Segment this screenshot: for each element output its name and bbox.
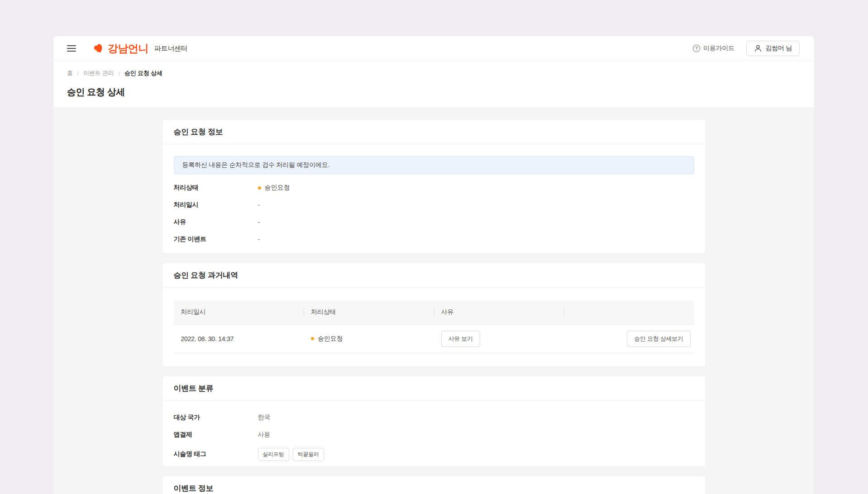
card-title: 이벤트 분류 bbox=[163, 376, 705, 401]
table-header-row: 처리일시 처리상태 사유 bbox=[174, 300, 694, 324]
title-section: 홈 / 이벤트 관리 / 승인 요청 상세 승인 요청 상세 bbox=[53, 61, 814, 107]
status-text: 승인요청 bbox=[265, 184, 290, 192]
cell-reason: 사유 보기 bbox=[434, 324, 564, 353]
card-title: 승인 요청 과거내역 bbox=[163, 263, 705, 288]
app-container: 강남언니 파트너센터 ? 이용가이드 김썸머 님 홈 / bbox=[53, 36, 814, 494]
field-label: 처리일시 bbox=[174, 201, 258, 209]
field-label: 대상 국가 bbox=[174, 413, 258, 422]
review-notice-banner: 등록하신 내용은 순차적으로 검수 처리될 예정이에요. bbox=[174, 156, 694, 174]
card-body: 처리일시 처리상태 사유 2022. 08. 30. 14:37 bbox=[163, 288, 705, 366]
field-value: - bbox=[258, 218, 260, 226]
column-header-actions bbox=[564, 300, 694, 324]
breadcrumb-current: 승인 요청 상세 bbox=[124, 69, 162, 77]
card-title: 승인 요청 정보 bbox=[163, 120, 705, 144]
status-text: 승인요청 bbox=[318, 335, 343, 343]
card-title: 이벤트 정보 bbox=[163, 476, 705, 494]
field-value: 한국 bbox=[258, 413, 271, 422]
usage-guide-link[interactable]: ? 이용가이드 bbox=[692, 44, 734, 52]
field-value: - bbox=[258, 236, 260, 243]
breadcrumb-separator: / bbox=[77, 70, 79, 77]
event-category-card: 이벤트 분류 대상 국가 한국 앱결제 사용 시술명 태그 실리프팅 턱끝필러 bbox=[163, 376, 705, 466]
field-row-existing-event: 기존 이벤트 - bbox=[174, 235, 694, 243]
content-area: 승인 요청 정보 등록하신 내용은 순차적으로 검수 처리될 예정이에요. 처리… bbox=[53, 107, 814, 494]
field-row-app-payment: 앱결제 사용 bbox=[174, 431, 694, 439]
field-label: 처리상태 bbox=[174, 184, 258, 192]
status-dot-icon bbox=[311, 337, 314, 340]
approval-request-info-card: 승인 요청 정보 등록하신 내용은 순차적으로 검수 처리될 예정이에요. 처리… bbox=[163, 120, 705, 253]
card-body: 등록하신 내용은 순차적으로 검수 처리될 예정이에요. 처리상태 승인요청 처… bbox=[163, 144, 705, 253]
view-request-detail-button[interactable]: 승인 요청 상세보기 bbox=[627, 331, 690, 347]
brand-suffix: 파트너센터 bbox=[154, 44, 188, 53]
column-header-datetime: 처리일시 bbox=[174, 300, 304, 324]
topbar-right: ? 이용가이드 김썸머 님 bbox=[692, 41, 800, 56]
card-body: 대상 국가 한국 앱결제 사용 시술명 태그 실리프팅 턱끝필러 bbox=[163, 401, 705, 466]
cell-datetime: 2022. 08. 30. 14:37 bbox=[174, 324, 304, 353]
field-row-procedure-tags: 시술명 태그 실리프팅 턱끝필러 bbox=[174, 448, 694, 461]
user-name-label: 김썸머 님 bbox=[766, 44, 792, 52]
hamburger-menu-icon[interactable] bbox=[67, 45, 76, 52]
table-row: 2022. 08. 30. 14:37 승인요청 사유 보기 bbox=[174, 324, 694, 353]
heart-logo-icon bbox=[92, 43, 105, 54]
breadcrumb-separator: / bbox=[119, 70, 120, 77]
field-value: - bbox=[258, 201, 260, 209]
question-circle-icon: ? bbox=[692, 44, 701, 52]
field-label: 기존 이벤트 bbox=[174, 235, 258, 243]
brand-name: 강남언니 bbox=[108, 42, 148, 56]
status-dot-icon bbox=[258, 186, 261, 190]
cell-status: 승인요청 bbox=[304, 324, 434, 353]
history-table: 처리일시 처리상태 사유 2022. 08. 30. 14:37 bbox=[174, 300, 694, 353]
approval-history-card: 승인 요청 과거내역 처리일시 처리상태 사유 2022. 08. 30. 14… bbox=[163, 263, 705, 366]
status-value: 승인요청 bbox=[311, 335, 427, 343]
field-row-target-country: 대상 국가 한국 bbox=[174, 413, 694, 422]
field-value: 사용 bbox=[258, 431, 271, 439]
field-label: 시술명 태그 bbox=[174, 450, 258, 458]
page-title: 승인 요청 상세 bbox=[67, 86, 801, 98]
field-row-status: 처리상태 승인요청 bbox=[174, 184, 694, 192]
status-value: 승인요청 bbox=[258, 184, 290, 192]
field-label: 사유 bbox=[174, 218, 258, 226]
column-header-reason: 사유 bbox=[434, 300, 564, 324]
person-icon bbox=[754, 44, 762, 52]
user-account-button[interactable]: 김썸머 님 bbox=[746, 41, 800, 56]
column-header-status: 처리상태 bbox=[304, 300, 434, 324]
breadcrumb-home[interactable]: 홈 bbox=[67, 69, 73, 77]
usage-guide-label: 이용가이드 bbox=[703, 44, 734, 52]
procedure-tag: 턱끝필러 bbox=[293, 448, 324, 461]
field-row-reason: 사유 - bbox=[174, 218, 694, 226]
svg-text:?: ? bbox=[695, 46, 698, 51]
cell-actions: 승인 요청 상세보기 bbox=[564, 324, 694, 353]
breadcrumb-event-management[interactable]: 이벤트 관리 bbox=[83, 69, 114, 77]
procedure-tags: 실리프팅 턱끝필러 bbox=[258, 448, 324, 461]
view-reason-button[interactable]: 사유 보기 bbox=[441, 331, 480, 347]
field-row-processed-at: 처리일시 - bbox=[174, 201, 694, 209]
procedure-tag: 실리프팅 bbox=[258, 448, 289, 461]
breadcrumb: 홈 / 이벤트 관리 / 승인 요청 상세 bbox=[67, 69, 801, 77]
brand-logo[interactable]: 강남언니 bbox=[92, 42, 148, 56]
event-info-card: 이벤트 정보 bbox=[163, 476, 705, 494]
field-label: 앱결제 bbox=[174, 431, 258, 439]
top-bar: 강남언니 파트너센터 ? 이용가이드 김썸머 님 bbox=[53, 36, 814, 61]
